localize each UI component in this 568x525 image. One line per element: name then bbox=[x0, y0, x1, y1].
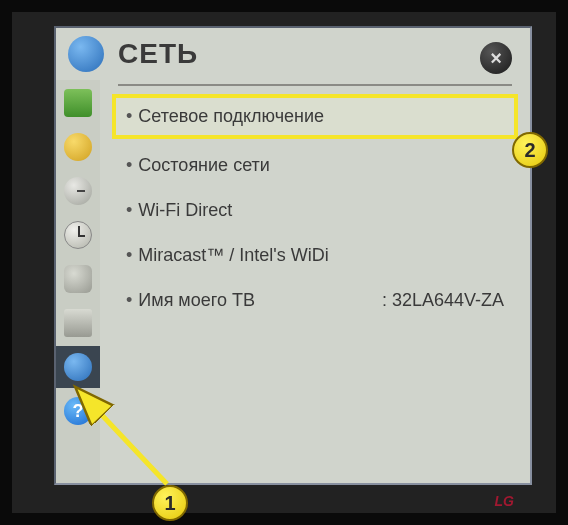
menu-item-label: Wi-Fi Direct bbox=[138, 200, 232, 221]
bullet-icon: • bbox=[126, 106, 132, 127]
svg-line-0 bbox=[82, 394, 167, 484]
page-title: СЕТЬ bbox=[118, 38, 198, 70]
bullet-icon: • bbox=[126, 290, 132, 311]
arrow-annotation-1 bbox=[72, 384, 182, 494]
sidebar-item-image[interactable] bbox=[56, 82, 100, 124]
options-icon bbox=[64, 309, 92, 337]
menu-item-label: Имя моего ТВ bbox=[138, 290, 255, 311]
sidebar-item-network[interactable] bbox=[56, 346, 100, 388]
menu-item-wifi-direct[interactable]: • Wi-Fi Direct bbox=[112, 188, 518, 233]
sidebar-item-options[interactable] bbox=[56, 302, 100, 344]
callout-badge-2: 2 bbox=[512, 132, 548, 168]
divider bbox=[118, 84, 512, 86]
sidebar-item-time[interactable] bbox=[56, 214, 100, 256]
close-button[interactable]: × bbox=[480, 42, 512, 74]
globe-icon bbox=[68, 36, 104, 72]
menu-item-network-connection[interactable]: • Сетевое подключение bbox=[112, 94, 518, 139]
sidebar-item-audio[interactable] bbox=[56, 126, 100, 168]
menu-item-miracast[interactable]: • Miracast™ / Intel's WiDi bbox=[112, 233, 518, 278]
time-icon bbox=[64, 221, 92, 249]
menu-list: • Сетевое подключение • Состояние сети •… bbox=[112, 94, 518, 323]
brand-logo: LG bbox=[495, 493, 514, 509]
channel-icon bbox=[64, 177, 92, 205]
menu-item-label: Сетевое подключение bbox=[138, 106, 324, 127]
audio-icon bbox=[64, 133, 92, 161]
menu-item-network-status[interactable]: • Состояние сети bbox=[112, 143, 518, 188]
lock-icon bbox=[64, 265, 92, 293]
callout-badge-1: 1 bbox=[152, 485, 188, 521]
bullet-icon: • bbox=[126, 200, 132, 221]
bullet-icon: • bbox=[126, 155, 132, 176]
sidebar-item-lock[interactable] bbox=[56, 258, 100, 300]
menu-item-value: : 32LA644V-ZA bbox=[366, 290, 504, 311]
sidebar-item-channel[interactable] bbox=[56, 170, 100, 212]
network-icon bbox=[64, 353, 92, 381]
menu-item-label: Miracast™ / Intel's WiDi bbox=[138, 245, 328, 266]
title-bar: СЕТЬ × bbox=[56, 28, 530, 80]
bullet-icon: • bbox=[126, 245, 132, 266]
image-icon bbox=[64, 89, 92, 117]
menu-item-label: Состояние сети bbox=[138, 155, 270, 176]
menu-item-tv-name[interactable]: • Имя моего ТВ : 32LA644V-ZA bbox=[112, 278, 518, 323]
